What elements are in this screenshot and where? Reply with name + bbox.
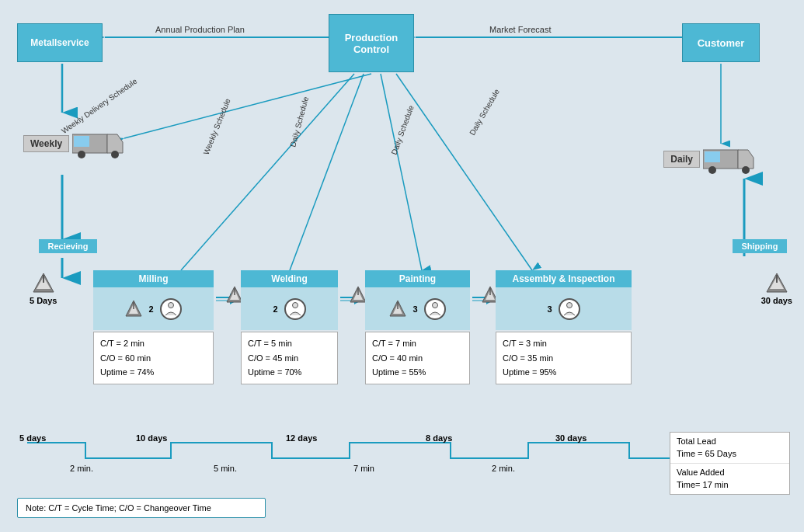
milling-header: Milling <box>93 270 214 287</box>
welding-operators: 2 <box>273 304 277 314</box>
svg-text:Market Forecast: Market Forecast <box>489 25 551 34</box>
timeline-days-1: 10 days <box>136 433 167 443</box>
svg-line-14 <box>290 74 364 270</box>
timeline-days-2: 12 days <box>286 433 317 443</box>
svg-rect-36 <box>74 136 89 147</box>
svg-text:Daily Schedule: Daily Schedule <box>468 87 501 137</box>
assembly-body: 3 <box>496 287 632 330</box>
daily-label: Daily <box>663 151 700 168</box>
svg-point-35 <box>111 151 119 158</box>
svg-point-47 <box>292 302 298 308</box>
svg-line-13 <box>181 74 354 270</box>
svg-point-65 <box>742 166 750 174</box>
metallservice-box: Metallservice <box>17 23 103 62</box>
shipping-label: Shipping <box>733 239 787 253</box>
timeline-time-3: 2 min. <box>492 464 515 473</box>
milling-uptime: Uptime = 74% <box>100 365 207 380</box>
weekly-truck-icon <box>72 128 127 159</box>
svg-line-15 <box>381 74 422 270</box>
daily-truck-icon <box>703 144 757 175</box>
svg-text:Daily Schedule: Daily Schedule <box>390 104 416 156</box>
assembly-header: Assembly & Inspection <box>496 270 632 287</box>
milling-operator-circle <box>160 298 182 320</box>
value-added-value: Time= 17 min <box>677 480 729 489</box>
milling-inventory-triangle <box>125 300 142 318</box>
metallservice-label: Metallservice <box>30 37 89 48</box>
painting-operator-circle <box>424 298 446 320</box>
painting-info: C/T = 7 min C/O = 40 min Uptime = 55% <box>365 332 470 384</box>
total-lead-time-row: Total Lead Time = 65 Days <box>670 433 789 464</box>
assembly-info: C/T = 3 min C/O = 35 min Uptime = 95% <box>496 332 632 384</box>
svg-point-43 <box>168 302 173 308</box>
svg-text:Daily Schedule: Daily Schedule <box>288 96 310 148</box>
svg-text:Annual Production Plan: Annual Production Plan <box>155 25 245 34</box>
svg-point-54 <box>432 302 437 308</box>
welding-process-box: Welding 2 C/T = 5 min C/O = 45 min Uptim… <box>241 270 338 384</box>
total-lead-label: Total Lead <box>677 436 716 446</box>
milling-operators: 2 <box>148 304 153 314</box>
left-inventory-days: 5 Days <box>30 296 57 305</box>
assembly-uptime: Uptime = 95% <box>503 365 625 380</box>
assembly-operator-circle <box>559 298 580 320</box>
welding-ct: C/T = 5 min <box>248 336 331 351</box>
welding-co: C/O = 45 min <box>248 351 331 366</box>
timeline-time-2: 7 min <box>353 464 374 473</box>
note-text: Note: C/T = Cycle Time; C/O = Changeover… <box>26 503 211 513</box>
production-control-box: Production Control <box>329 14 414 72</box>
diagram-container: Annual Production Plan Market Forecast W… <box>0 0 804 532</box>
svg-line-10 <box>124 74 371 138</box>
production-control-label: Production Control <box>345 32 399 55</box>
summary-box: Total Lead Time = 65 Days Value Added Ti… <box>670 432 790 495</box>
svg-text:Weekly Delivery Schedule: Weekly Delivery Schedule <box>60 76 139 135</box>
left-inventory-triangle <box>32 272 55 294</box>
daily-truck-group: Daily <box>663 144 757 175</box>
svg-point-64 <box>708 166 716 174</box>
welding-body: 2 <box>241 287 338 330</box>
painting-ct: C/T = 7 min <box>372 336 463 351</box>
svg-rect-66 <box>705 151 720 162</box>
left-inventory-group: 5 Days <box>30 272 57 305</box>
total-lead-value: Time = 65 Days <box>677 449 736 458</box>
welding-uptime: Uptime = 70% <box>248 365 331 380</box>
value-added-label: Value Added <box>677 468 725 477</box>
svg-marker-33 <box>107 134 123 153</box>
assembly-process-box: Assembly & Inspection 3 C/T = 3 min C/O … <box>496 270 632 384</box>
customer-label: Customer <box>698 37 745 49</box>
timeline-time-1: 5 min. <box>214 464 237 473</box>
painting-uptime: Uptime = 55% <box>372 365 463 380</box>
timeline-time-0: 2 min. <box>70 464 93 473</box>
milling-ct: C/T = 2 min <box>100 336 207 351</box>
receiving-label: Recieving <box>39 239 97 253</box>
right-inventory-triangle <box>765 272 788 294</box>
milling-co: C/O = 60 min <box>100 351 207 366</box>
right-inventory-group: 30 days <box>761 272 792 305</box>
timeline-days-0: 5 days <box>19 433 46 443</box>
svg-line-16 <box>396 74 532 270</box>
milling-process-box: Milling 2 C/T = 2 min C/O = 60 min Uptim… <box>93 270 214 384</box>
timeline-days-4: 30 days <box>555 433 586 443</box>
assembly-ct: C/T = 3 min <box>503 336 625 351</box>
svg-marker-63 <box>738 150 754 169</box>
painting-operators: 3 <box>412 304 417 314</box>
milling-info: C/T = 2 min C/O = 60 min Uptime = 74% <box>93 332 214 384</box>
milling-body: 2 <box>93 287 214 330</box>
weekly-truck-group: Weekly <box>23 128 127 159</box>
weekly-label: Weekly <box>23 135 69 152</box>
painting-co: C/O = 40 min <box>372 351 463 366</box>
painting-header: Painting <box>365 270 470 287</box>
assembly-co: C/O = 35 min <box>503 351 625 366</box>
svg-point-58 <box>566 302 572 308</box>
inv-tri-2 <box>350 286 367 307</box>
customer-box: Customer <box>682 23 760 62</box>
timeline-days-3: 8 days <box>426 433 452 443</box>
right-inventory-days: 30 days <box>761 296 792 305</box>
note-box: Note: C/T = Cycle Time; C/O = Changeover… <box>17 498 266 518</box>
assembly-operators: 3 <box>547 304 552 314</box>
welding-operator-circle <box>284 298 306 320</box>
welding-info: C/T = 5 min C/O = 45 min Uptime = 70% <box>241 332 338 384</box>
painting-body: 3 <box>365 287 470 330</box>
painting-inventory-triangle <box>389 300 406 318</box>
svg-point-34 <box>78 151 85 158</box>
welding-header: Welding <box>241 270 338 287</box>
value-added-row: Value Added Time= 17 min <box>670 464 789 494</box>
